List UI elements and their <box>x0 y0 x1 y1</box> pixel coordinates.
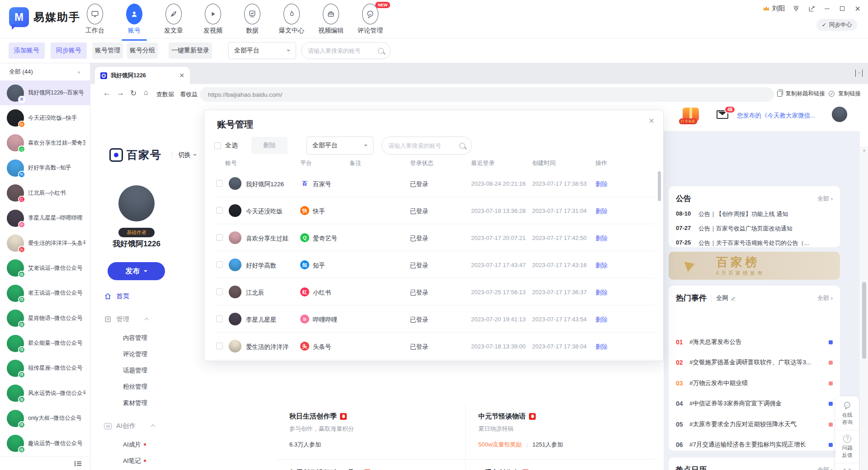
switch-account-button[interactable]: 切换 <box>172 151 197 159</box>
user-chip[interactable]: 刘阳 <box>763 5 785 13</box>
menu-item-fans-manage[interactable]: 粉丝管理 <box>123 383 147 391</box>
sync-account-button[interactable]: 同步账号 <box>51 42 87 59</box>
nav-item-workbench[interactable]: 工作台 <box>78 4 112 37</box>
sidebar-account-item[interactable]: 微 星肖物语--微信公众号 <box>0 306 90 331</box>
minimize-icon[interactable] <box>823 5 831 13</box>
relogin-all-button[interactable]: 一键重新登录 <box>169 42 212 59</box>
scrollbar-thumb[interactable] <box>862 282 866 359</box>
nav-item-publish-video[interactable]: 发视频 <box>196 4 230 37</box>
account-manage-button[interactable]: 账号管理 <box>92 42 123 59</box>
modal-platform-select[interactable]: 全部平台 <box>307 136 373 155</box>
menu-item-content-manage[interactable]: 内容管理 <box>123 334 147 342</box>
sidebar-account-item[interactable]: 知 好好学高数--知乎 <box>0 155 90 180</box>
row-checkbox[interactable] <box>216 180 223 187</box>
copy-title-link-button[interactable]: 复制标题和链接 <box>786 90 826 98</box>
row-checkbox[interactable] <box>216 288 223 295</box>
sidebar-account-item[interactable]: 微 老王说运--微信公众号 <box>0 281 90 306</box>
sidebar-account-item[interactable]: 红 江北辰--小红书 <box>0 181 90 206</box>
sidebar-account-item[interactable]: 头 爱生活的洋洋洋--头条号 <box>0 230 90 255</box>
hot-events-more-link[interactable]: 全部 <box>817 294 833 302</box>
modal-scrollbar-thumb[interactable] <box>658 171 661 201</box>
announcements-more-link[interactable]: 全部 <box>817 195 833 203</box>
menu-item-topic-manage[interactable]: 话题管理 <box>123 367 147 375</box>
account-search-input[interactable] <box>308 47 378 54</box>
baijia-rank-banner[interactable]: 百家榜 6月百家榜发布 <box>669 252 840 280</box>
nav-item-data[interactable]: 数据 <box>235 4 269 37</box>
menu-item-ai-video[interactable]: AI成片 <box>123 441 146 449</box>
row-checkbox[interactable] <box>216 343 223 349</box>
check-data-button[interactable]: 查数据 <box>156 90 174 99</box>
account-group-button[interactable]: 账号分组 <box>127 42 158 59</box>
forward-icon[interactable]: → <box>117 89 124 98</box>
menu-group-ai[interactable]: AI创作 <box>104 422 155 430</box>
sidebar-group-header[interactable]: 全部 (44) ▲ <box>0 63 90 80</box>
sidebar-account-item[interactable]: 百 我好饿阿1226--百家号 <box>0 80 90 105</box>
close-icon[interactable] <box>854 5 862 13</box>
menu-item-home[interactable]: 首页 <box>104 292 129 301</box>
sidebar-account-item[interactable]: Q 喜欢分享生过娃--爱奇艺号 <box>0 131 90 155</box>
nav-item-accounts[interactable]: 账号 <box>117 4 151 37</box>
nav-item-comment-manage[interactable]: NEW 评论管理 <box>353 4 387 37</box>
modal-close-icon[interactable] <box>649 116 654 126</box>
activity-card[interactable]: 中元节怪谈物语 夏日纳凉特辑 500w流量包奖励|1251人参加 <box>466 403 655 460</box>
sidebar-account-item[interactable]: 微 风水运势说--微信公众号 <box>0 381 90 406</box>
browser-tab[interactable]: 我好饿阿1226 ✕ <box>95 67 190 84</box>
row-checkbox[interactable] <box>216 234 223 241</box>
tab-close-icon[interactable]: ✕ <box>179 72 184 79</box>
search-icon[interactable] <box>378 48 384 54</box>
menu-group-manage[interactable]: 管理 <box>104 315 149 324</box>
delete-account-link[interactable]: 删除 <box>595 207 608 216</box>
hot-event-item[interactable]: 04 #中信证券等3家券商官宣下调佣金 <box>676 400 833 408</box>
hot-events-scope[interactable]: 全网 <box>711 294 736 302</box>
announcement-item[interactable]: 08-10 公告｜【创作周报】功能上线 通知 <box>669 210 840 218</box>
delete-account-link[interactable]: 删除 <box>595 180 608 188</box>
delete-account-link[interactable]: 删除 <box>595 289 608 297</box>
sidebar-account-item[interactable]: 微 群众能量--微信公众号 <box>0 331 90 356</box>
menu-item-material-manage[interactable]: 素材管理 <box>123 399 147 407</box>
collapse-panel-icon[interactable] <box>792 5 800 13</box>
row-checkbox[interactable] <box>216 261 223 268</box>
delete-account-link[interactable]: 删除 <box>595 262 608 270</box>
hot-event-item[interactable]: 03 #万物云发布中期业绩 <box>676 379 833 387</box>
announcement-item[interactable]: 07-25 公告｜关于百家号违规账号处罚的公告（... <box>669 239 840 247</box>
announcement-item[interactable]: 07-27 公告｜百家号收益广场页面改动通知 <box>669 225 840 233</box>
sidebar-account-item[interactable]: b 李星儿星星--哔哩哔哩 <box>0 206 90 230</box>
collapse-group-icon[interactable]: ▲ <box>77 70 81 74</box>
maximize-icon[interactable] <box>838 5 846 13</box>
check-revenue-button[interactable]: 看收益 <box>180 90 198 99</box>
hot-event-item[interactable]: 05 #太原市要求全力应对近期较强降水天气 <box>676 420 833 428</box>
delete-account-link[interactable]: 删除 <box>595 316 608 324</box>
publish-button[interactable]: 发布 <box>108 262 165 280</box>
platform-filter-select[interactable]: 全部平台 <box>228 42 296 59</box>
back-icon[interactable]: ← <box>103 89 111 98</box>
app-download-button[interactable]: APP下载 <box>835 463 859 470</box>
hot-calendar-more-link[interactable]: 全部 <box>817 466 833 470</box>
hot-event-item[interactable]: 01 #海关总署发布公告 <box>676 338 833 346</box>
sidebar-account-item[interactable]: 微 趣说运势--微信公众号 <box>0 431 90 456</box>
activity-card[interactable]: 秋日生活创作季 参与创作，赢取海量积分 |6.3万人参加 <box>277 403 466 460</box>
add-account-button[interactable]: 添加账号 <box>9 42 45 59</box>
sidebar-account-item[interactable]: 微 艾老说运--微信公众号 <box>0 256 90 281</box>
delete-account-link[interactable]: 删除 <box>595 343 608 351</box>
delete-account-link[interactable]: 删除 <box>595 235 608 243</box>
sidebar-account-item[interactable]: 快 今天还没吃饭--快手 <box>0 105 90 130</box>
select-all-checkbox[interactable] <box>214 142 221 149</box>
home-icon[interactable]: ⌂ <box>144 89 148 97</box>
row-checkbox[interactable] <box>216 207 223 214</box>
edit-icon[interactable] <box>807 5 816 13</box>
hot-event-item[interactable]: 02 #交银施罗德基金调研普联软件、广联达等3... <box>676 358 833 367</box>
menu-item-ai-note[interactable]: AI笔记 <box>123 457 146 465</box>
modal-search-input[interactable] <box>388 142 459 149</box>
sidebar-account-item[interactable]: 微 祖传星座--微信公众号 <box>0 356 90 381</box>
row-checkbox[interactable] <box>216 315 223 322</box>
scroll-up-icon[interactable] <box>860 148 868 152</box>
page-scrollbar[interactable] <box>860 146 868 470</box>
search-icon[interactable] <box>459 143 465 149</box>
nav-item-publish-article[interactable]: 发文章 <box>156 4 191 37</box>
nav-item-hot-articles[interactable]: 爆文中心 <box>274 4 309 37</box>
nav-item-video-edit[interactable]: 视频编辑 <box>314 4 348 37</box>
notification-message-link[interactable]: 您发布的《今天教大家微信... <box>737 112 826 120</box>
refresh-icon[interactable]: ↻ <box>130 89 137 98</box>
sync-center-button[interactable]: ✓ 同步中心 <box>816 19 857 31</box>
url-bar[interactable]: https://baijiahao.baidu.com/ <box>200 87 774 102</box>
